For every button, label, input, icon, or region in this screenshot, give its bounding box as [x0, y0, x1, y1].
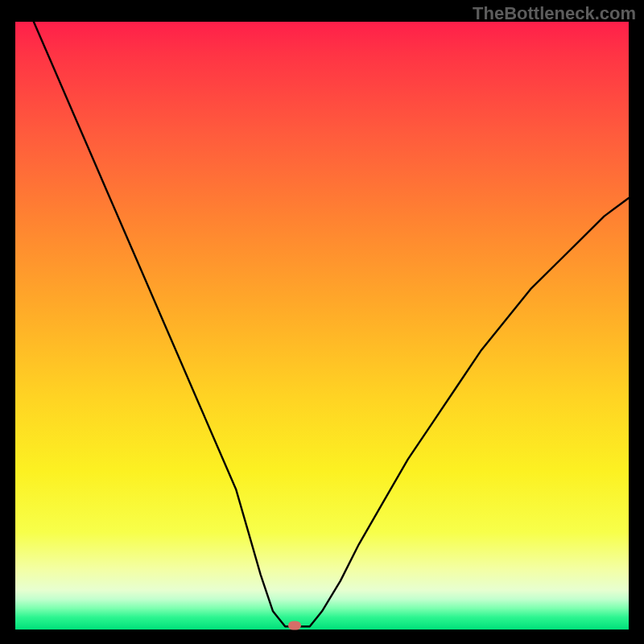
chart-frame: TheBottleneck.com	[0, 0, 644, 644]
plot-area	[15, 22, 629, 630]
watermark-text: TheBottleneck.com	[473, 3, 636, 24]
bottleneck-curve	[15, 22, 629, 630]
optimal-marker	[288, 621, 301, 630]
